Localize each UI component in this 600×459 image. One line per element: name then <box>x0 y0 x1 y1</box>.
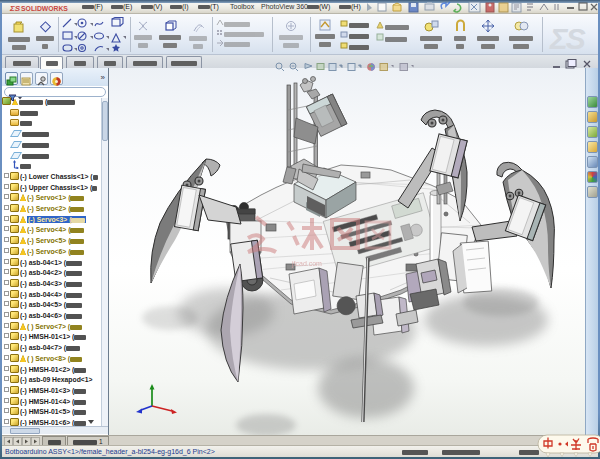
svg-text:jfcad.com: jfcad.com <box>291 260 322 268</box>
